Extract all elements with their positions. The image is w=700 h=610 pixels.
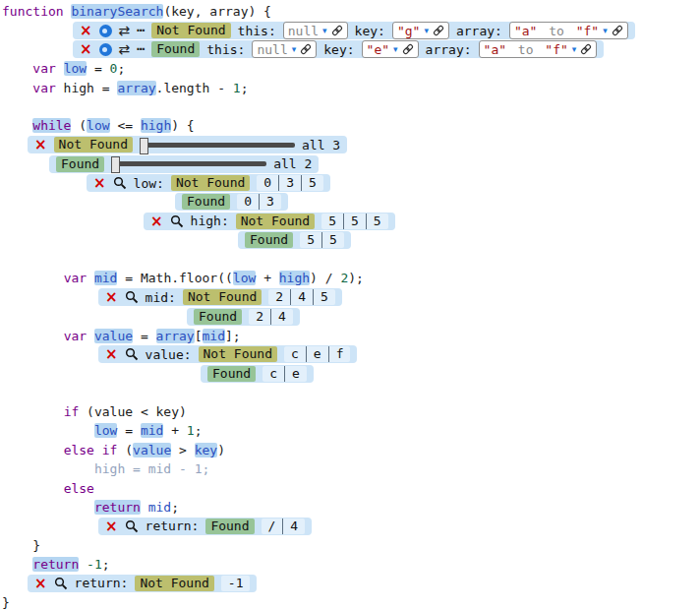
status-badge: Not Found (236, 214, 315, 229)
code-token (2, 443, 64, 458)
slider-handle[interactable] (111, 156, 120, 173)
value-cell: 4 (290, 289, 313, 305)
value-dropdown[interactable]: "a" to "f"▾ (479, 40, 598, 58)
probe-log-widget: Foundce (201, 365, 314, 383)
value-list: 55 (300, 232, 344, 248)
code-token: ) / (310, 271, 340, 285)
loop-slider-widget: Foundall 2 (49, 155, 319, 173)
probe-log-widget: Found55 (238, 231, 351, 249)
magnifier-icon (125, 290, 139, 304)
value-list: /4 (262, 518, 306, 534)
probe-log-widget: ×return:Found/4 (98, 518, 312, 535)
code-token: array (156, 329, 195, 343)
iteration-count-label: all 2 (273, 156, 312, 171)
code-token: value (133, 443, 171, 458)
link-icon[interactable] (433, 25, 444, 36)
link-icon[interactable] (402, 43, 414, 55)
value-dropdown[interactable]: "a" to "f"▾ (509, 22, 628, 39)
code-token (87, 271, 94, 285)
value-cell: 4 (270, 309, 293, 325)
close-icon[interactable]: × (93, 176, 106, 190)
code-token: if (64, 404, 80, 419)
code-line: } (2, 593, 700, 610)
toggle-icon[interactable] (99, 43, 112, 56)
widget-line: Found55 (2, 231, 700, 250)
code-token: value (94, 329, 133, 343)
probe-log-widget: Found24 (187, 308, 300, 326)
code-token: } (2, 538, 40, 553)
value-cell: 3 (278, 175, 301, 191)
value-dropdown[interactable]: "g"▾ (392, 22, 449, 39)
iteration-count-label: all 3 (302, 138, 340, 152)
call-widget: ×⇄⋯Foundthis:null▾key:"e"▾array:"a" to "… (73, 40, 604, 58)
status-badge: Found (182, 194, 230, 210)
widget-line: ×return:Not Found-1 (2, 574, 700, 592)
close-icon[interactable]: × (80, 42, 92, 56)
code-line: high = mid - 1; (2, 459, 700, 478)
widget-line: ×high:Not Found555 (2, 212, 700, 230)
code-line: } (2, 536, 700, 555)
value-list: 24 (249, 309, 293, 325)
swap-arrows-icon[interactable]: ⇄ (119, 42, 131, 56)
code-token: } (2, 595, 10, 610)
link-icon[interactable] (612, 25, 623, 36)
more-options-icon[interactable]: ⋯ (137, 42, 145, 56)
value-cell: e (306, 346, 328, 362)
param-label: key: (323, 42, 354, 57)
code-line: var low = 0; (2, 59, 700, 78)
dropdown-value: null (257, 42, 287, 57)
more-options-icon[interactable]: ⋯ (137, 24, 145, 37)
value-list: 555 (321, 214, 387, 229)
code-token: ) (217, 443, 225, 458)
code-token (2, 329, 64, 343)
code-token: mid (94, 271, 117, 285)
code-token: 0 (110, 61, 118, 76)
value-dropdown[interactable]: "e"▾ (362, 40, 419, 58)
status-badge: Not Found (199, 346, 277, 362)
iteration-slider[interactable] (140, 143, 295, 148)
toggle-icon[interactable] (99, 25, 112, 37)
code-token: else (64, 443, 94, 458)
code-token: = (87, 61, 109, 76)
link-icon[interactable] (300, 43, 312, 55)
code-token: = (117, 423, 140, 438)
value-dropdown[interactable]: null▾ (283, 22, 348, 39)
code-token (64, 4, 72, 19)
status-badge: Not Found (54, 137, 133, 152)
probe-label: high: (191, 214, 229, 228)
code-token: ); (348, 271, 364, 285)
close-icon[interactable]: × (105, 290, 118, 304)
close-icon[interactable]: × (80, 24, 92, 37)
code-token: mid (203, 329, 225, 343)
close-icon[interactable]: × (150, 214, 163, 228)
code-token: ; (117, 61, 125, 76)
close-icon[interactable]: × (34, 577, 47, 590)
close-icon[interactable]: × (105, 347, 118, 361)
code-token: <= (110, 118, 141, 133)
value-dropdown[interactable]: null▾ (252, 40, 317, 58)
code-token (141, 500, 148, 515)
code-token: low (94, 423, 117, 438)
link-icon[interactable] (580, 43, 592, 55)
close-icon[interactable]: × (105, 519, 118, 533)
value-cell: 2 (249, 309, 270, 325)
status-badge: Not Found (171, 175, 250, 191)
close-icon[interactable]: × (34, 138, 47, 152)
code-token: key (195, 443, 217, 458)
value-list: 03 (237, 194, 281, 210)
value-cell: 2 (268, 289, 290, 305)
code-token (94, 443, 102, 458)
slider-handle[interactable] (140, 138, 148, 154)
dropdown-value: to (541, 24, 571, 38)
caret-down-icon: ▾ (322, 26, 327, 35)
status-badge: Found (56, 156, 104, 172)
status-badge: Found (151, 41, 200, 57)
swap-arrows-icon[interactable]: ⇄ (119, 24, 131, 37)
status-badge: Not Found (151, 23, 230, 38)
code-token (79, 557, 87, 572)
magnifier-icon (54, 577, 68, 590)
iteration-slider[interactable] (111, 161, 266, 166)
param-label: key: (355, 24, 385, 38)
link-icon[interactable] (331, 25, 343, 36)
magnifier-icon (170, 214, 184, 228)
